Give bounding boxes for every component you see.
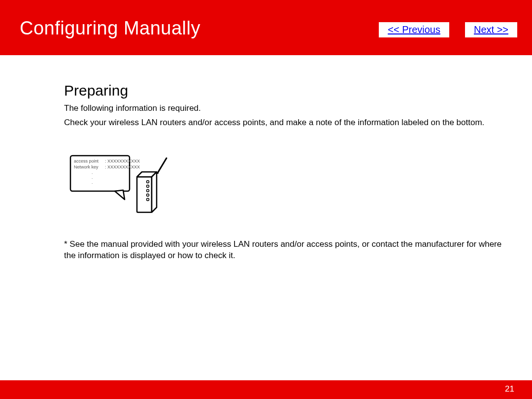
svg-point-10: [157, 172, 159, 174]
content-area: Preparing The following information is r…: [0, 55, 532, 262]
nav-buttons: << Previous Next >>: [379, 22, 517, 37]
svg-line-9: [158, 158, 166, 173]
previous-button[interactable]: << Previous: [379, 22, 449, 37]
svg-text:·: ·: [92, 171, 93, 176]
intro-text-1: The following information is required.: [64, 103, 507, 114]
page-number: 21: [505, 384, 514, 394]
router-diagram-icon: access point : XXXXXXXXXXX Network key :…: [68, 153, 176, 217]
svg-text:Network key: Network key: [74, 165, 99, 169]
page-title: Configuring Manually: [20, 18, 200, 39]
footnote-text: * See the manual provided with your wire…: [64, 239, 507, 262]
router-illustration: access point : XXXXXXXXXXX Network key :…: [68, 153, 512, 219]
svg-text:·: ·: [92, 181, 93, 186]
intro-text-2: Check your wireless LAN routers and/or a…: [64, 117, 507, 129]
svg-text:access point: access point: [74, 159, 99, 164]
section-heading: Preparing: [64, 82, 512, 99]
svg-rect-8: [137, 177, 152, 212]
next-button[interactable]: Next >>: [465, 22, 517, 37]
footer-bar: 21: [0, 380, 532, 399]
svg-text:·: ·: [92, 176, 93, 181]
svg-text:: XXXXXXXXXXX: : XXXXXXXXXXX: [105, 165, 140, 169]
header-bar: Configuring Manually << Previous Next >>: [0, 0, 532, 55]
svg-text:: XXXXXXXXXXX: : XXXXXXXXXXX: [105, 159, 140, 164]
